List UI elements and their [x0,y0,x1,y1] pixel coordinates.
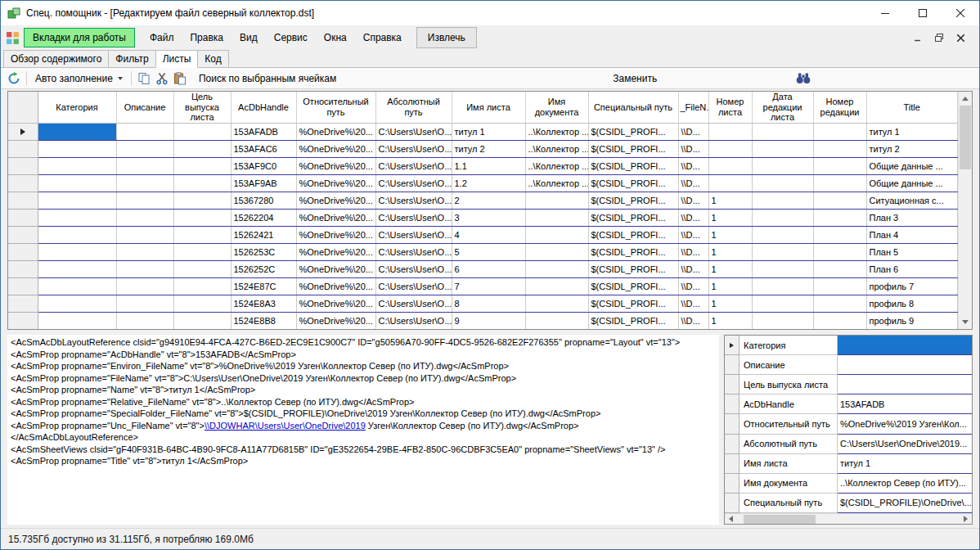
grid-cell[interactable] [708,174,752,192]
grid-row-selector[interactable] [8,295,38,312]
grid-cell[interactable] [752,140,813,157]
cut-button[interactable] [153,70,171,88]
grid-cell[interactable]: %OneDrive%\20... [296,243,375,260]
grid-cell[interactable]: 1 [708,277,752,295]
grid-cell[interactable]: 153AF9AB [231,174,296,192]
grid-cell[interactable] [813,295,866,312]
grid-cell[interactable]: 4 [452,226,525,243]
grid-cell[interactable]: 1 [708,192,752,209]
property-value[interactable]: 153AFADB [838,394,972,414]
grid-cell[interactable] [752,192,813,209]
grid-cell[interactable]: 15367280 [231,192,296,209]
grid-cell[interactable]: C:\Users\User\O... [375,123,452,140]
menu-item-extract[interactable]: Извлечь [416,27,477,48]
grid-cell[interactable] [752,295,813,312]
autofill-dropdown[interactable]: Авто заполнение [30,70,128,87]
grid-column-header[interactable]: AcDbHandle [231,92,296,123]
grid-cell[interactable] [38,209,116,226]
grid-cell[interactable] [752,174,813,192]
grid-cell[interactable]: C:\Users\User\O... [375,295,452,312]
property-value[interactable]: $(CSIDL_PROFILE)\OneDrive\... [838,494,972,513]
grid-cell[interactable]: C:\Users\User\O... [375,174,452,192]
grid-cell[interactable]: 1 [708,312,752,329]
property-value[interactable]: титул 1 [838,454,972,474]
grid-cell[interactable] [173,277,231,295]
grid-cell[interactable]: Общие данные ... [866,157,958,174]
menu-item[interactable]: Файл [142,28,182,47]
property-value[interactable]: C:\Users\User\OneDrive\2019... [838,435,972,454]
grid-cell[interactable] [116,226,173,243]
grid-cell[interactable]: \\D... [678,209,708,226]
grid-cell[interactable] [752,209,813,226]
grid-cell[interactable] [525,226,588,243]
grid-column-header[interactable]: Номер редакции [813,92,866,123]
grid-cell[interactable]: 5 [452,243,525,260]
grid-cell[interactable]: ..\Коллектор ... [525,157,588,174]
paste-button[interactable] [171,70,189,88]
grid-cell[interactable] [525,243,588,260]
grid-cell[interactable] [708,123,752,140]
grid-cell[interactable] [116,140,173,157]
grid-cell[interactable] [173,312,231,329]
grid-column-header[interactable]: Описание [116,92,173,123]
tab-item[interactable]: Код [197,50,228,67]
grid-cell[interactable]: 1.1 [452,157,525,174]
grid-cell[interactable] [752,226,813,243]
grid-cell[interactable]: профиль 8 [866,295,958,312]
grid-cell[interactable]: %OneDrive%\20... [296,192,375,209]
grid-cell[interactable]: %OneDrive%\20... [296,260,375,277]
grid-cell[interactable]: титул 1 [866,123,958,140]
grid-cell[interactable]: профиль 7 [866,277,958,295]
grid-cell[interactable]: 3 [452,209,525,226]
grid-column-header[interactable]: Title [866,92,958,123]
grid-cell[interactable] [38,243,116,260]
scroll-left-button[interactable] [725,514,737,525]
property-value[interactable] [838,375,972,394]
grid-cell[interactable]: 7 [452,277,525,295]
grid-cell[interactable] [708,140,752,157]
grid-cell[interactable]: $(CSIDL_PROFI... [588,192,678,209]
grid-cell[interactable] [813,174,866,192]
grid-cell[interactable]: $(CSIDL_PROFI... [588,140,678,157]
menu-item[interactable]: Окна [316,28,355,47]
grid-cell[interactable] [752,243,813,260]
property-row-selector[interactable] [725,414,739,434]
grid-cell[interactable]: $(CSIDL_PROFI... [588,295,678,312]
grid-cell[interactable] [38,174,116,192]
grid-cell[interactable]: C:\Users\User\O... [375,226,452,243]
grid-cell[interactable]: Ситуационная с... [866,192,958,209]
grid-row-selector[interactable] [8,140,38,157]
grid-cell[interactable] [813,277,866,295]
grid-cell[interactable]: Общие данные ... [866,174,958,192]
grid-row-selector[interactable] [8,260,38,277]
vscrollbar-thumb[interactable] [960,106,971,169]
grid-cell[interactable]: \\D... [678,243,708,260]
grid-cell[interactable]: $(CSIDL_PROFI... [588,226,678,243]
property-value[interactable]: ..\Коллектор Север (по ИТУ)... [838,474,972,494]
property-row-selector[interactable] [725,454,739,474]
scroll-down-button[interactable] [959,315,972,329]
grid-cell[interactable] [173,140,231,157]
grid-cell[interactable]: 1.2 [452,174,525,192]
grid-cell[interactable]: 8 [452,295,525,312]
grid-cell[interactable]: 153AFAC6 [231,140,296,157]
grid-column-header[interactable]: _FileN... [678,92,708,123]
grid-cell[interactable]: %OneDrive%\20... [296,277,375,295]
grid-cell[interactable]: $(CSIDL_PROFI... [588,157,678,174]
grid-cell[interactable]: 1526252C [231,260,296,277]
grid-cell[interactable] [813,260,866,277]
grid-column-header[interactable]: Абсолютный путь [375,92,452,123]
grid-cell[interactable]: \\D... [678,140,708,157]
grid-cell[interactable]: 1524E8B8 [231,312,296,329]
grid-cell[interactable]: \\D... [678,312,708,329]
grid-cell[interactable] [38,260,116,277]
hscrollbar-thumb[interactable] [744,515,816,524]
grid-cell[interactable]: 1 [708,226,752,243]
grid-cell[interactable]: \\D... [678,192,708,209]
grid-cell[interactable]: \\D... [678,123,708,140]
work-tabs-button[interactable]: Вкладки для работы [24,28,135,47]
grid-cell[interactable]: $(CSIDL_PROFI... [588,174,678,192]
menu-item[interactable]: Справка [355,28,410,47]
maximize-button[interactable] [904,1,942,25]
grid-cell[interactable] [116,260,173,277]
